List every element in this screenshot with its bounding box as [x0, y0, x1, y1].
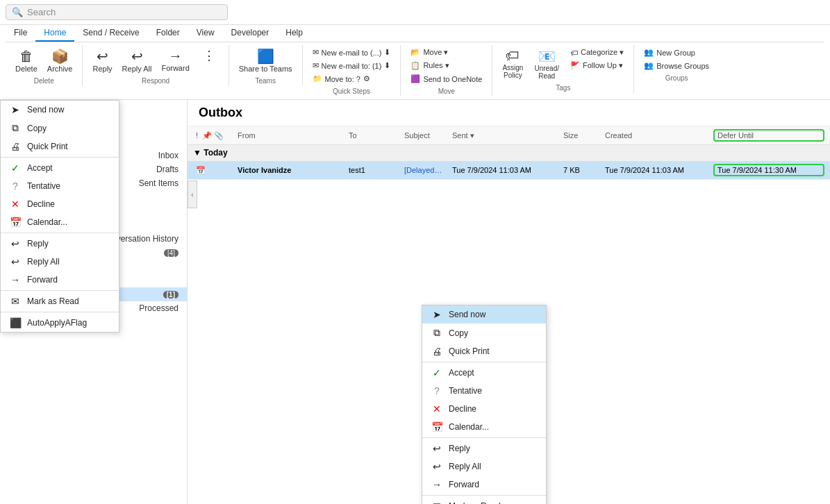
ctx-right-quick-print[interactable]: 🖨 Quick Print	[422, 342, 546, 360]
ribbon-content: 🗑 Delete 📦 Archive Delete ↩ Reply	[6, 42, 824, 99]
rules-button[interactable]: 📋 Rules ▾	[406, 60, 486, 72]
ribbon-group-respond: ↩ Reply ↩ Reply All → Forward ⋮ Respond	[83, 45, 229, 86]
ctx-right-mark-read[interactable]: ✉ Mark as Read	[422, 497, 546, 504]
email-defer-col: Tue 7/9/2024 11:30 AM	[713, 164, 824, 176]
archive-button[interactable]: 📦 Archive	[43, 47, 77, 74]
share-to-teams-button[interactable]: 🟦 Share to Teams	[235, 47, 297, 74]
groups-group-label: Groups	[640, 74, 713, 82]
settings-icon: ⚙	[363, 74, 370, 83]
email-sent-col: Tue 7/9/2024 11:03 AM	[449, 165, 561, 176]
search-icon: 🔍	[12, 7, 23, 17]
reply-all-icon: ↩	[131, 48, 143, 65]
col-header-from[interactable]: From	[235, 130, 346, 141]
context-menu-right: ➤ Send now ⧉ Copy 🖨 Quick Print ✓ Accept…	[422, 305, 547, 504]
assign-policy-button[interactable]: 🏷 Assign Policy	[498, 47, 527, 81]
ctx-right-send-now[interactable]: ➤ Send now	[422, 305, 546, 324]
unread-read-button[interactable]: 📧 Unread/ Read	[530, 47, 563, 81]
print-right-icon: 🖨	[431, 346, 443, 357]
ctx-right-accept[interactable]: ✓ Accept	[422, 364, 546, 382]
tab-home[interactable]: Home	[35, 25, 74, 42]
policy-icon: 🏷	[506, 48, 520, 64]
meeting-request-icon: 📅	[196, 166, 206, 174]
calendar-icon: 📅	[9, 217, 22, 228]
forward-icon: →	[169, 48, 183, 64]
col-header-size[interactable]: Size	[561, 130, 602, 141]
reply-icon: ↩	[97, 48, 108, 65]
copy-right-icon: ⧉	[431, 327, 443, 339]
main-layout: viciva@testivasoft.com aalbb2 aalbb3 ›In…	[0, 100, 830, 504]
ctx-left-reply[interactable]: ↩ Reply	[1, 235, 119, 253]
tentative-icon: ?	[9, 180, 22, 192]
delete-button[interactable]: 🗑 Delete	[11, 47, 42, 74]
reply-all-button[interactable]: ↩ Reply All	[118, 47, 156, 74]
collapse-sidebar-button[interactable]: ‹	[188, 180, 197, 208]
send-onenote-button[interactable]: 🟪 Send to OneNote	[406, 73, 486, 85]
ctx-right-copy[interactable]: ⧉ Copy	[422, 324, 546, 342]
ctx-left-mark-read[interactable]: ✉ Mark as Read	[1, 292, 119, 310]
tab-developer[interactable]: Developer	[223, 25, 278, 42]
ctx-left-calendar[interactable]: 📅 Calendar...	[1, 213, 119, 231]
accept-right-icon: ✓	[431, 367, 443, 378]
date-group-collapse-icon[interactable]: ▼	[193, 148, 201, 158]
email-subject-col: [DelayedMeetingRequest DEMO] test 1	[401, 165, 449, 176]
email-date-group-today: ▼ Today	[188, 145, 830, 161]
new-group-button[interactable]: 👥 New Group	[640, 47, 713, 58]
col-header-created[interactable]: Created	[602, 130, 713, 141]
ctx-left-copy[interactable]: ⧉ Copy	[1, 119, 119, 137]
col-header-to[interactable]: To	[346, 130, 401, 141]
ribbon-group-teams: 🟦 Share to Teams Teams	[229, 45, 303, 86]
respond-group-label: Respond	[88, 77, 222, 85]
email-created-col: Tue 7/9/2024 11:03 AM	[602, 165, 713, 176]
categorize-button[interactable]: 🏷 Categorize ▾	[566, 47, 628, 58]
ctx-right-calendar[interactable]: 📅 Calendar...	[422, 418, 546, 436]
tentative-right-icon: ?	[431, 385, 443, 396]
new-email-to-button[interactable]: ✉ New e-mail to (...) ⬇	[308, 47, 395, 58]
ctx-left-send-now[interactable]: ➤ Send now	[1, 101, 119, 119]
move-group-label: Move	[406, 87, 486, 95]
forward-button[interactable]: → Forward	[157, 47, 193, 74]
ctx-left-forward[interactable]: → Forward	[1, 271, 119, 289]
move-button[interactable]: 📂 Move ▾	[406, 47, 486, 58]
move-to-button[interactable]: 📁 Move to: ? ⚙	[308, 73, 395, 85]
tab-send-receive[interactable]: Send / Receive	[74, 25, 147, 42]
ribbon-group-delete: 🗑 Delete 📦 Archive Delete	[6, 45, 83, 86]
col-header-defer[interactable]: Defer Until	[713, 129, 824, 142]
table-row[interactable]: 📅 Victor Ivanidze test1 [DelayedMeetingR…	[188, 161, 830, 180]
ctx-right-decline[interactable]: ✕ Decline	[422, 400, 546, 418]
browse-groups-icon: 👥	[644, 61, 654, 70]
ctx-left-decline[interactable]: ✕ Decline	[1, 195, 119, 213]
more-respond-button[interactable]: ⋮	[195, 47, 223, 65]
ctx-right-tentative[interactable]: ? Tentative	[422, 382, 546, 400]
ctx-left-tentative[interactable]: ? Tentative	[1, 177, 119, 195]
reply-all-ctx-icon: ↩	[9, 256, 22, 267]
tab-folder[interactable]: Folder	[148, 25, 188, 42]
new-group-icon: 👥	[644, 48, 654, 57]
tab-view[interactable]: View	[188, 25, 223, 42]
delete-group-label: Delete	[11, 77, 76, 85]
browse-groups-button[interactable]: 👥 Browse Groups	[640, 60, 713, 72]
reply-right-icon: ↩	[431, 443, 443, 454]
top-bar: 🔍 Search	[0, 0, 830, 25]
ctx-right-reply[interactable]: ↩ Reply	[422, 439, 546, 457]
ctx-right-reply-all[interactable]: ↩ Reply All	[422, 457, 546, 476]
reply-button[interactable]: ↩ Reply	[88, 47, 116, 74]
col-header-subject[interactable]: Subject	[401, 130, 449, 141]
ctx-left-quick-print[interactable]: 🖨 Quick Print	[1, 137, 119, 156]
ctx-left-accept[interactable]: ✓ Accept	[1, 159, 119, 177]
unread-icon: 📧	[538, 48, 556, 65]
ctx-left-auto-flag[interactable]: ⬛ AutoApplyAFlag	[1, 314, 119, 332]
quicksteps-group-label: Quick Steps	[308, 87, 395, 95]
follow-up-button[interactable]: 🚩 Follow Up ▾	[566, 60, 628, 72]
email-icon: ✉	[313, 48, 319, 57]
col-header-sent[interactable]: Sent ▾	[449, 130, 561, 142]
send-now-right-icon: ➤	[431, 309, 443, 320]
tab-help[interactable]: Help	[277, 25, 311, 42]
col-header-flag[interactable]: ! 📌 📎	[193, 130, 235, 142]
tab-file[interactable]: File	[6, 25, 35, 42]
search-box[interactable]: 🔍 Search	[6, 4, 228, 20]
ctx-right-forward[interactable]: → Forward	[422, 476, 546, 494]
ctx-left-reply-all[interactable]: ↩ Reply All	[1, 253, 119, 271]
email-table-header: ! 📌 📎 From To Subject Sent ▾ Size Create…	[188, 126, 830, 145]
new-email-to2-button[interactable]: ✉ New e-mail to: (1) ⬇	[308, 60, 395, 72]
accept-icon: ✓	[9, 162, 22, 174]
